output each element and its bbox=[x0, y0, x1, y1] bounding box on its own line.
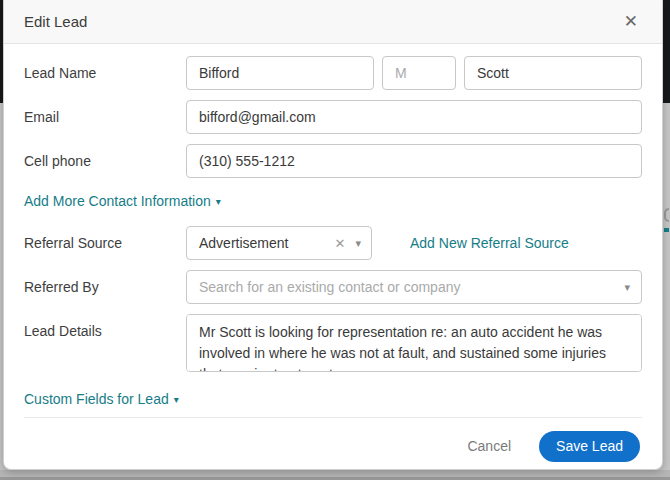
caret-down-icon[interactable]: ▾ bbox=[355, 237, 361, 250]
add-new-referral-source-label: Add New Referral Source bbox=[410, 235, 569, 251]
referral-source-fields: Advertisement ✕ ▾ Add New Referral Sourc… bbox=[186, 226, 642, 260]
cancel-button[interactable]: Cancel bbox=[467, 438, 511, 454]
email-label: Email bbox=[24, 109, 186, 125]
lead-details-row: Lead Details Mr Scott is looking for rep… bbox=[24, 314, 642, 372]
edit-lead-modal: Edit Lead ✕ Lead Name Email Cell phone bbox=[3, 0, 663, 470]
first-name-input[interactable] bbox=[186, 56, 374, 90]
referral-source-label: Referral Source bbox=[24, 235, 186, 251]
referral-source-value: Advertisement bbox=[199, 235, 335, 251]
lead-details-label: Lead Details bbox=[24, 314, 186, 339]
modal-header: Edit Lead ✕ bbox=[4, 0, 662, 44]
email-fields bbox=[186, 100, 642, 134]
email-row: Email bbox=[24, 100, 642, 134]
add-more-contact-row: Add More Contact Information ▾ bbox=[24, 192, 642, 210]
cell-phone-row: Cell phone bbox=[24, 144, 642, 178]
middle-name-input[interactable] bbox=[382, 56, 456, 90]
save-lead-button[interactable]: Save Lead bbox=[539, 431, 640, 462]
backdrop-artifact bbox=[664, 208, 669, 222]
last-name-input[interactable] bbox=[464, 56, 642, 90]
referred-by-row: Referred By ▾ bbox=[24, 270, 642, 304]
backdrop-artifact bbox=[664, 228, 669, 232]
referred-by-label: Referred By bbox=[24, 279, 186, 295]
referred-by-search-input[interactable] bbox=[186, 270, 642, 304]
lead-details-textarea[interactable]: Mr Scott is looking for representation r… bbox=[186, 314, 642, 372]
modal-body: Lead Name Email Cell phone Add More Cont… bbox=[4, 44, 662, 408]
cell-phone-label: Cell phone bbox=[24, 153, 186, 169]
cell-phone-fields bbox=[186, 144, 642, 178]
add-more-contact-label: Add More Contact Information bbox=[24, 193, 211, 209]
lead-name-row: Lead Name bbox=[24, 56, 642, 90]
referral-source-row: Referral Source Advertisement ✕ ▾ Add Ne… bbox=[24, 226, 642, 260]
custom-fields-row: Custom Fields for Lead ▾ bbox=[24, 390, 642, 408]
custom-fields-link[interactable]: Custom Fields for Lead ▾ bbox=[24, 391, 179, 407]
referred-by-search-box: ▾ bbox=[186, 270, 642, 304]
backdrop-right-strip bbox=[663, 0, 670, 480]
email-input[interactable] bbox=[186, 100, 642, 134]
caret-down-icon: ▾ bbox=[174, 393, 179, 405]
modal-footer: Cancel Save Lead bbox=[4, 418, 662, 480]
backdrop-dark-area bbox=[663, 0, 670, 103]
modal-title: Edit Lead bbox=[24, 13, 87, 30]
clear-icon[interactable]: ✕ bbox=[335, 236, 346, 251]
lead-name-fields bbox=[186, 56, 642, 90]
custom-fields-label: Custom Fields for Lead bbox=[24, 391, 169, 407]
add-more-contact-link[interactable]: Add More Contact Information ▾ bbox=[24, 193, 221, 209]
cell-phone-input[interactable] bbox=[186, 144, 642, 178]
lead-details-fields: Mr Scott is looking for representation r… bbox=[186, 314, 642, 372]
close-icon[interactable]: ✕ bbox=[620, 11, 642, 32]
caret-down-icon: ▾ bbox=[216, 195, 221, 207]
add-new-referral-source-link[interactable]: Add New Referral Source bbox=[410, 235, 569, 251]
referral-source-select[interactable]: Advertisement ✕ ▾ bbox=[186, 226, 372, 260]
lead-name-label: Lead Name bbox=[24, 65, 186, 81]
referred-by-fields: ▾ bbox=[186, 270, 642, 304]
